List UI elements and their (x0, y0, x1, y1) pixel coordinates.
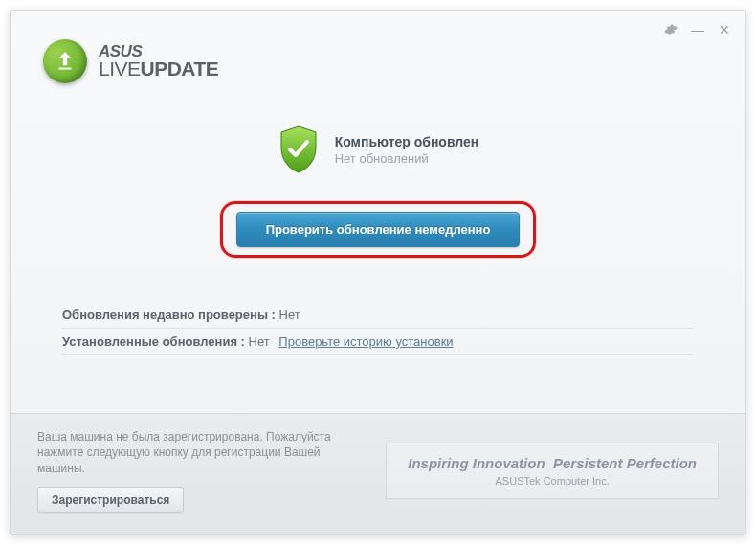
main-area: Компьютер обновлен Нет обновлений Провер… (11, 91, 745, 267)
history-link[interactable]: Проверьте историю установки (278, 334, 453, 349)
register-button[interactable]: Зарегистрироваться (37, 487, 184, 513)
shield-icon (278, 125, 320, 174)
slogan-sub: ASUSTek Computer Inc. (408, 475, 697, 487)
logo-icon (43, 39, 87, 83)
info-recent-value: Нет (279, 307, 300, 322)
registration-text: Ваша машина не была зарегистрирована. По… (37, 429, 353, 477)
header: ASUS LIVEUPDATE (11, 11, 745, 91)
slogan-main: Inspiring Innovation Persistent Perfecti… (408, 455, 697, 471)
window-controls: — ✕ (663, 22, 732, 37)
info-installed-line: Установленные обновления : Нет Проверьте… (62, 329, 694, 355)
info-recent-label: Обновления недавно проверены : (62, 307, 276, 322)
check-updates-button[interactable]: Проверить обновление немедленно (236, 212, 521, 247)
info-block: Обновления недавно проверены : Нет Устан… (62, 302, 694, 355)
brand-text: ASUS LIVEUPDATE (99, 44, 218, 79)
app-window: — ✕ ASUS LIVEUPDATE Компь (10, 10, 746, 535)
gear-icon[interactable] (663, 22, 678, 37)
brand-liveupdate: LIVEUPDATE (99, 59, 218, 79)
slogan-box: Inspiring Innovation Persistent Perfecti… (386, 443, 719, 499)
registration-box: Ваша машина не была зарегистрирована. По… (37, 429, 353, 513)
info-installed-label: Установленные обновления : (62, 334, 245, 349)
info-installed-value: Нет (249, 334, 270, 349)
close-button[interactable]: ✕ (717, 22, 732, 37)
status-text: Компьютер обновлен Нет обновлений (335, 134, 479, 166)
status-title: Компьютер обновлен (335, 134, 479, 149)
footer: Ваша машина не была зарегистрирована. По… (11, 413, 745, 534)
status-subtitle: Нет обновлений (335, 151, 479, 166)
minimize-button[interactable]: — (690, 22, 705, 37)
status-row: Компьютер обновлен Нет обновлений (278, 125, 479, 174)
info-recent-line: Обновления недавно проверены : Нет (62, 302, 694, 329)
highlight-annotation: Проверить обновление немедленно (220, 201, 537, 258)
